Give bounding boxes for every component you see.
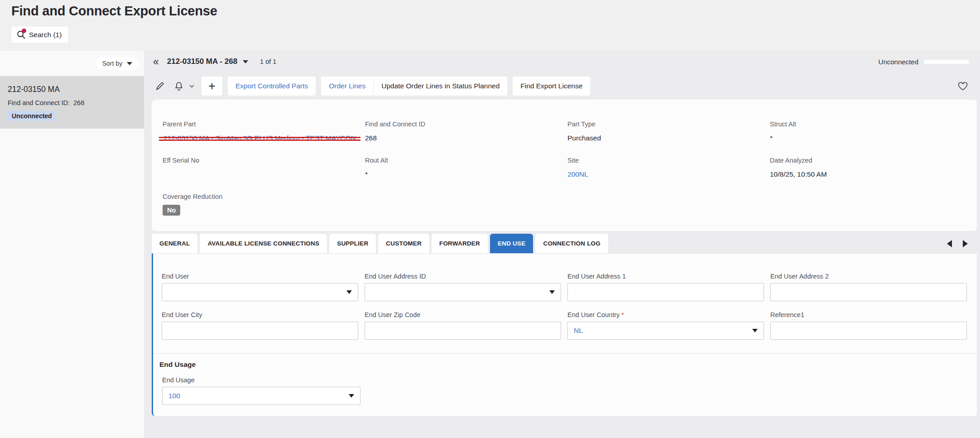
collapse-list-button[interactable]: « — [152, 57, 160, 67]
form-field-end-user-address-id: End User Address ID — [365, 273, 561, 301]
record-pager: 1 of 1 — [260, 58, 276, 65]
sort-by-label: Sort by — [102, 60, 122, 67]
page-title: Find and Connect Export License — [11, 4, 980, 19]
app-window: Find and Connect Export License Search (… — [0, 0, 980, 438]
order-lines-button[interactable]: Order Lines — [321, 77, 373, 96]
tab-available-license-connections[interactable]: AVAILABLE LICENSE CONNECTIONS — [200, 234, 327, 253]
combobox-value: 100 — [168, 392, 180, 400]
add-button[interactable]: + — [202, 77, 222, 96]
reference1-input[interactable] — [770, 322, 967, 340]
main-content: « 212-03150 MA - 268 1 of 1 Unconnected — [144, 51, 980, 438]
required-asterisk: * — [621, 311, 624, 318]
search-button[interactable]: Search (1) — [11, 26, 68, 43]
status-badge: Unconnected — [8, 111, 56, 121]
find-export-license-button[interactable]: Find Export License — [513, 77, 590, 96]
input-label: End Usage — [162, 376, 360, 384]
record-toolbar: + Export Controlled Parts Order Lines Up… — [144, 72, 980, 100]
end-user-city-input[interactable] — [162, 322, 358, 340]
record-list-sidebar: Sort by 212-03150 MA Find and Connect ID… — [0, 51, 144, 438]
field-value: 10/8/25, 10:50 AM — [770, 170, 966, 178]
search-icon — [16, 30, 26, 39]
end-user-country-combobox[interactable]: NL — [567, 322, 764, 340]
form-field-end-user-city: End User City — [162, 311, 358, 340]
tab-customer[interactable]: CUSTOMER — [378, 234, 429, 253]
input-label: End User Country* — [567, 311, 764, 318]
edit-pencil-icon[interactable] — [153, 79, 167, 93]
tab-end-use[interactable]: END USE — [490, 234, 533, 253]
list-item-title: 212-03150 MA — [8, 85, 136, 94]
field-label: Date Analyzed — [770, 157, 966, 164]
chevron-down-icon — [346, 290, 352, 294]
coverage-reduction-badge: No — [163, 205, 180, 216]
form-field-reference1: Reference1 — [770, 311, 967, 340]
field-value: 268 — [365, 134, 561, 142]
input-label: End User Zip Code — [365, 311, 561, 318]
chevron-down-icon — [349, 394, 354, 398]
form-field-end-user-zip-code: End User Zip Code — [365, 311, 561, 340]
parent-part-link[interactable]: 212-03150 MA - SimMan 3G PLUS Medium - T… — [163, 134, 357, 142]
form-field-end-user-address-1: End User Address 1 — [567, 273, 764, 301]
bell-chevron-down-icon[interactable] — [187, 82, 196, 90]
input-label: End User — [162, 273, 358, 280]
tab-bar: GENERAL AVAILABLE LICENSE CONNECTIONS SU… — [152, 234, 977, 253]
field-label: Eff Serial No — [163, 157, 359, 164]
list-item-id-value: 268 — [73, 99, 84, 106]
tab-connection-log[interactable]: CONNECTION LOG — [535, 234, 608, 253]
export-controlled-parts-button[interactable]: Export Controlled Parts — [228, 77, 316, 96]
tab-scroll-right-icon[interactable] — [963, 240, 968, 247]
tab-general[interactable]: GENERAL — [152, 234, 197, 253]
details-card: Parent Part 212-03150 MA - SimMan 3G PLU… — [152, 100, 977, 231]
end-user-address-id-combobox[interactable] — [365, 283, 561, 301]
connection-progress-bar — [924, 60, 969, 64]
connection-status-label: Unconnected — [879, 58, 918, 66]
input-label: End User Address ID — [365, 273, 561, 280]
field-label: Parent Part — [163, 120, 359, 128]
end-use-panel: End User End User Address ID — [152, 253, 977, 416]
bell-icon[interactable] — [172, 79, 186, 93]
input-label: End User Address 1 — [567, 273, 764, 280]
field-label: Struct Alt — [770, 120, 966, 128]
list-item-selected[interactable]: 212-03150 MA Find and Connect ID:268 Unc… — [0, 76, 144, 129]
chevron-down-icon — [127, 62, 132, 65]
field-struct-alt: Struct Alt * — [770, 120, 966, 153]
end-user-address-2-input[interactable] — [770, 283, 967, 301]
field-label: Rout Alt — [365, 157, 561, 164]
favorite-heart-icon[interactable] — [956, 79, 970, 93]
site-link[interactable]: 200NL — [567, 170, 588, 178]
list-item-id-label: Find and Connect ID: — [8, 99, 70, 106]
order-lines-button-group: Order Lines Update Order Lines in Status… — [321, 77, 507, 96]
end-usage-section: End Usage End Usage 100 — [153, 354, 977, 405]
field-site: Site 200NL — [567, 157, 764, 189]
field-label: Site — [567, 157, 764, 164]
section-title: End Usage — [159, 361, 970, 369]
record-title: 212-03150 MA - 268 — [167, 57, 237, 66]
field-eff-serial-no: Eff Serial No — [163, 157, 359, 189]
record-header-bar: « 212-03150 MA - 268 1 of 1 Unconnected — [144, 51, 980, 72]
top-header: Find and Connect Export License Search (… — [0, 0, 980, 51]
input-label: End User Address 2 — [770, 273, 967, 280]
search-button-label: Search (1) — [29, 31, 62, 39]
field-part-type: Part Type Purchased — [567, 120, 764, 153]
field-label: Part Type — [567, 120, 764, 128]
field-value: * — [365, 170, 561, 178]
field-coverage-reduction: Coverage Reduction No — [163, 193, 359, 226]
record-dropdown-icon[interactable] — [243, 60, 248, 63]
tab-supplier[interactable]: SUPPLIER — [329, 234, 376, 253]
combobox-value: NL — [574, 327, 583, 335]
form-field-end-usage: End Usage 100 — [162, 376, 360, 405]
chevron-down-icon — [549, 290, 555, 294]
input-label: End User City — [162, 311, 358, 318]
update-order-lines-button[interactable]: Update Order Lines in Status Planned — [374, 77, 507, 96]
end-user-combobox[interactable] — [162, 283, 358, 301]
tab-forwarder[interactable]: FORWARDER — [432, 234, 488, 253]
end-usage-combobox[interactable]: 100 — [162, 387, 360, 405]
tab-scroll-left-icon[interactable] — [947, 240, 952, 247]
chevron-down-icon — [752, 329, 758, 332]
sidebar-toolbar: Sort by — [0, 51, 144, 76]
field-label: Coverage Reduction — [163, 193, 359, 200]
list-item-meta: Find and Connect ID:268 — [8, 99, 136, 106]
sort-by-button[interactable]: Sort by — [96, 57, 139, 70]
input-label: Reference1 — [770, 311, 967, 318]
end-user-zip-code-input[interactable] — [365, 322, 561, 340]
end-user-address-1-input[interactable] — [567, 283, 764, 301]
